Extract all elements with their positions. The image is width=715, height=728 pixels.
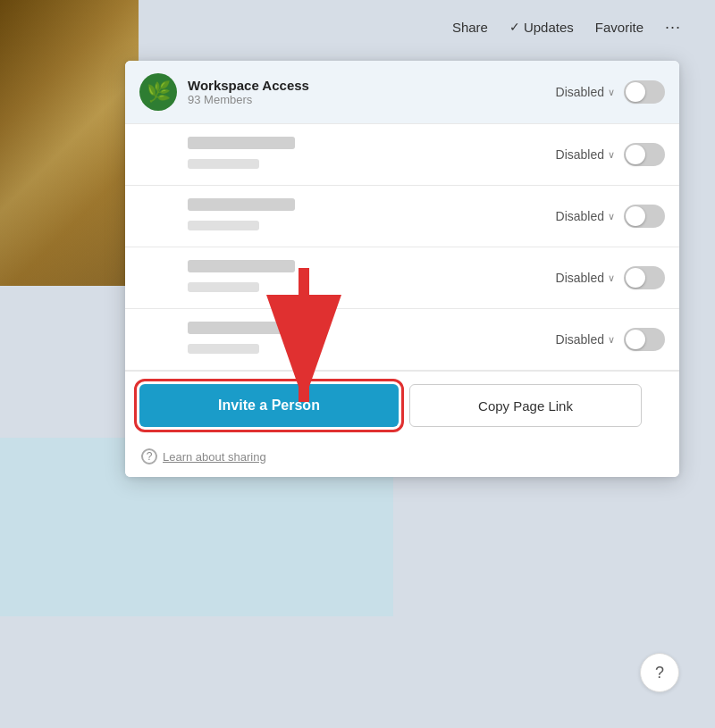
member-status-dropdown-3[interactable]: Disabled ∨	[556, 271, 615, 285]
member-row: Disabled ∨	[125, 247, 679, 309]
learn-row: ? Learn about sharing	[125, 439, 679, 477]
member-name-blurred-4	[188, 322, 295, 334]
member-status-label-3: Disabled	[556, 271, 604, 285]
share-label: Share	[452, 20, 488, 35]
member-sub-blurred-3	[188, 282, 259, 292]
member-toggle-4[interactable]	[624, 328, 665, 351]
member-row: Disabled ∨	[125, 186, 679, 247]
workspace-sub: 93 Members	[188, 93, 556, 106]
updates-label: Updates	[524, 20, 574, 35]
member-sub-blurred-2	[188, 221, 259, 230]
member-controls-3: Disabled ∨	[556, 266, 665, 289]
member-status-dropdown-1[interactable]: Disabled ∨	[556, 147, 615, 162]
workspace-status-dropdown[interactable]: Disabled ∨	[556, 85, 615, 99]
workspace-row: 🌿 Workspace Access 93 Members Disabled ∨	[125, 61, 679, 124]
member-controls-1: Disabled ∨	[556, 143, 665, 166]
member-toggle-3[interactable]	[624, 266, 665, 289]
member-info-3	[139, 260, 556, 296]
member-info-4	[139, 322, 556, 357]
chevron-icon-3: ∨	[608, 272, 615, 284]
member-name-blurred-3	[188, 260, 295, 272]
workspace-avatar: 🌿	[139, 73, 177, 111]
workspace-status-label: Disabled	[556, 85, 604, 99]
favorite-label: Favorite	[595, 20, 644, 35]
member-sub-blurred-4	[188, 344, 259, 354]
member-name-blurred-2	[188, 198, 295, 211]
copy-page-link-button[interactable]: Copy Page Link	[409, 384, 642, 427]
sharing-panel: 🌿 Workspace Access 93 Members Disabled ∨	[125, 61, 679, 477]
member-status-dropdown-2[interactable]: Disabled ∨	[556, 209, 615, 223]
chevron-icon-2: ∨	[608, 211, 615, 222]
member-sub-blurred-1	[188, 159, 259, 169]
more-options-button[interactable]: ···	[658, 14, 688, 40]
member-status-label-2: Disabled	[556, 209, 604, 223]
member-info-1	[139, 137, 556, 172]
members-list: 🌿 Workspace Access 93 Members Disabled ∨	[125, 61, 679, 371]
more-dots-label: ···	[665, 18, 681, 37]
bottom-actions: Invite a Person Copy Page Link	[125, 371, 679, 439]
help-icon: ?	[655, 664, 664, 682]
member-toggle-1[interactable]	[624, 143, 665, 166]
member-controls-2: Disabled ∨	[556, 205, 665, 228]
workspace-chevron-icon: ∨	[608, 87, 615, 98]
workspace-name: Workspace Access	[188, 78, 556, 93]
member-name-blurred-1	[188, 137, 295, 149]
member-controls-4: Disabled ∨	[556, 328, 665, 351]
member-status-dropdown-4[interactable]: Disabled ∨	[556, 332, 615, 347]
member-status-label-1: Disabled	[556, 147, 604, 162]
workspace-controls: Disabled ∨	[556, 80, 665, 104]
member-toggle-2[interactable]	[624, 205, 665, 228]
updates-button[interactable]: ✓ Updates	[502, 16, 581, 38]
member-info-2	[139, 198, 556, 234]
chevron-icon-1: ∨	[608, 149, 615, 161]
chevron-icon-4: ∨	[608, 334, 615, 346]
checkmark-icon: ✓	[509, 20, 520, 34]
workspace-toggle[interactable]	[624, 80, 665, 104]
member-status-label-4: Disabled	[556, 332, 604, 347]
member-row: Disabled ∨	[125, 309, 679, 371]
workspace-info: Workspace Access 93 Members	[188, 78, 556, 106]
top-bar: Share ✓ Updates Favorite ···	[0, 0, 715, 54]
learn-about-sharing-link[interactable]: Learn about sharing	[163, 450, 266, 464]
favorite-button[interactable]: Favorite	[588, 16, 651, 38]
help-button[interactable]: ?	[640, 653, 679, 692]
share-button[interactable]: Share	[445, 16, 495, 38]
invite-person-button[interactable]: Invite a Person	[139, 384, 399, 427]
learn-icon: ?	[141, 448, 157, 464]
workspace-avatar-icon: 🌿	[147, 80, 171, 104]
member-row: Disabled ∨	[125, 124, 679, 186]
